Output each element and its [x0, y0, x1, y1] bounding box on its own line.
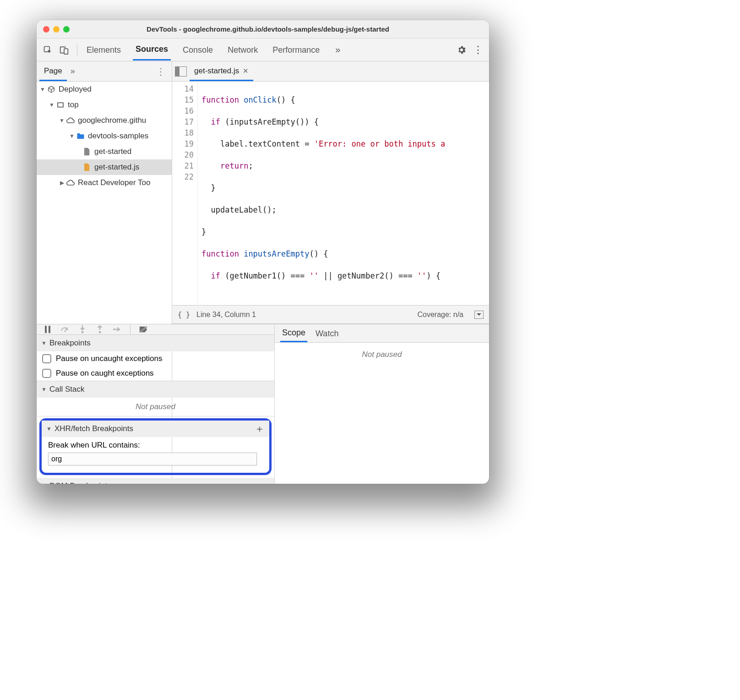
file-icon [82, 147, 92, 156]
close-icon[interactable] [43, 26, 49, 33]
tab-scope[interactable]: Scope [280, 324, 307, 342]
section-callstack: ▼ Call Stack Not paused [37, 381, 274, 416]
section-title: Call Stack [49, 385, 85, 394]
section-header[interactable]: ▶ DOM Breakpoints [37, 478, 274, 484]
section-breakpoints: ▼ Breakpoints Pause on uncaught exceptio… [37, 335, 274, 381]
pause-caught-row[interactable]: Pause on caught exceptions [37, 366, 274, 381]
line-number: 20 [172, 149, 194, 160]
tab-sources[interactable]: Sources [133, 39, 171, 60]
section-title: DOM Breakpoints [49, 481, 111, 484]
code-lines: function onClick() { if (inputsAreEmpty(… [198, 82, 445, 305]
section-title: Breakpoints [49, 339, 91, 348]
tree-label: get-started [94, 147, 131, 156]
chevron-down-icon: ▼ [41, 386, 48, 393]
svg-rect-3 [58, 103, 63, 107]
separator [77, 44, 77, 56]
scope-body: Not paused [275, 343, 489, 484]
section-xhr: ▼ XHR/fetch Breakpoints ＋ Break when URL… [42, 421, 269, 473]
tree-label: get-started.js [94, 163, 139, 172]
code-editor[interactable]: 14 15 16 17 18 19 20 21 22 function onCl… [172, 82, 489, 305]
tab-console[interactable]: Console [180, 40, 216, 60]
step-over-icon[interactable] [60, 325, 70, 334]
frame-icon [56, 100, 65, 109]
svg-rect-2 [64, 49, 68, 54]
coverage-label: Coverage: n/a [417, 311, 463, 319]
tree-top[interactable]: ▼ top [37, 97, 172, 113]
section-title: XHR/fetch Breakpoints [54, 424, 133, 433]
chevron-down-icon: ▼ [59, 117, 65, 124]
nav-tab-page[interactable]: Page [39, 62, 67, 81]
editor-tab-label: get-started.js [194, 66, 239, 76]
line-number: 16 [172, 105, 194, 116]
titlebar: DevTools - googlechrome.github.io/devtoo… [37, 20, 489, 38]
xhr-label: Break when URL contains: [48, 441, 263, 450]
window-title: DevTools - googlechrome.github.io/devtoo… [53, 25, 483, 33]
section-header[interactable]: ▼ XHR/fetch Breakpoints ＋ [42, 421, 269, 437]
toggle-navigator-icon[interactable] [175, 66, 187, 77]
cursor-position: Line 34, Column 1 [196, 311, 256, 319]
editor-pane: get-started.js ✕ 14 15 16 17 18 19 20 21… [172, 61, 489, 324]
tree-deployed[interactable]: ▼ Deployed [37, 82, 172, 97]
chevron-right-icon: ▶ [59, 180, 65, 186]
device-toolbar-icon[interactable] [58, 44, 71, 56]
checkbox-label: Pause on uncaught exceptions [56, 354, 163, 363]
cloud-icon [66, 116, 75, 125]
editor-statusbar: { } Line 34, Column 1 Coverage: n/a [172, 305, 489, 323]
section-dom: ▶ DOM Breakpoints [37, 478, 274, 484]
svg-point-8 [99, 331, 101, 334]
kebab-menu-icon[interactable]: ⋮ [472, 44, 484, 56]
close-tab-icon[interactable]: ✕ [243, 67, 249, 75]
devtools-window: DevTools - googlechrome.github.io/devtoo… [37, 20, 489, 484]
deactivate-breakpoints-icon[interactable] [139, 325, 148, 334]
section-header[interactable]: ▼ Call Stack [37, 381, 274, 398]
step-into-icon[interactable] [78, 325, 87, 334]
tree-label: googlechrome.githu [78, 116, 146, 125]
nav-more-icon[interactable]: » [71, 66, 75, 76]
tree-origin[interactable]: ▼ googlechrome.githu [37, 113, 172, 128]
pause-icon[interactable] [43, 325, 52, 334]
scope-pane: Scope Watch Not paused [275, 324, 489, 484]
tab-performance[interactable]: Performance [270, 40, 322, 60]
js-file-icon [82, 163, 92, 172]
debug-toolbar [37, 324, 274, 335]
navigator-tabs: Page » ⋮ [37, 61, 172, 82]
tree-label: top [68, 100, 79, 109]
main-tabbar: Elements Sources Console Network Perform… [37, 38, 489, 61]
tree-extension[interactable]: ▶ React Developer Too [37, 175, 172, 191]
tree-label: devtools-samples [88, 131, 148, 141]
chevron-down-icon: ▼ [69, 133, 75, 139]
checkbox-icon[interactable] [42, 369, 51, 378]
tab-network[interactable]: Network [225, 40, 261, 60]
tab-elements[interactable]: Elements [84, 40, 124, 60]
coverage-dropdown-icon[interactable] [474, 311, 484, 319]
chevron-right-icon: ▶ [41, 483, 48, 484]
svg-point-7 [82, 331, 84, 334]
tab-watch[interactable]: Watch [314, 325, 340, 342]
debug-left-pane: ▼ Breakpoints Pause on uncaught exceptio… [37, 324, 275, 484]
line-number: 15 [172, 94, 194, 105]
tree-file-html[interactable]: get-started [37, 144, 172, 159]
line-number: 18 [172, 127, 194, 138]
section-header[interactable]: ▼ Breakpoints [37, 335, 274, 351]
svg-point-6 [64, 331, 65, 332]
svg-rect-4 [45, 326, 47, 333]
checkbox-icon[interactable] [42, 354, 51, 363]
more-tabs-icon[interactable]: » [332, 44, 344, 55]
tree-file-js[interactable]: get-started.js [37, 159, 172, 175]
step-icon[interactable] [113, 325, 122, 334]
inspect-icon[interactable] [41, 44, 54, 56]
settings-icon[interactable] [455, 44, 468, 56]
cube-icon [47, 85, 56, 94]
editor-tabs: get-started.js ✕ [172, 61, 489, 82]
pretty-print-icon[interactable]: { } [178, 311, 190, 319]
checkbox-label: Pause on caught exceptions [56, 369, 154, 378]
editor-tab-active[interactable]: get-started.js ✕ [190, 62, 253, 81]
folder-icon [76, 131, 85, 141]
pause-uncaught-row[interactable]: Pause on uncaught exceptions [37, 351, 274, 366]
xhr-body: Break when URL contains: [42, 437, 269, 473]
xhr-url-input[interactable] [48, 453, 257, 465]
step-out-icon[interactable] [95, 325, 104, 334]
add-icon[interactable]: ＋ [255, 422, 265, 436]
nav-kebab-icon[interactable]: ⋮ [152, 66, 169, 77]
tree-folder[interactable]: ▼ devtools-samples [37, 128, 172, 144]
